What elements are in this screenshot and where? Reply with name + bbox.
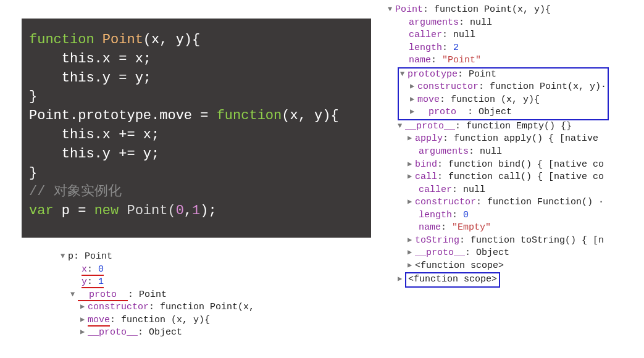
chevron-right-icon[interactable]: ▶ — [408, 248, 415, 257]
property-name[interactable]: name: "Point" — [398, 54, 644, 67]
prototype-block: ▼prototype: Point ▶constructor: function… — [398, 67, 644, 120]
property-x[interactable]: x: 0 — [70, 264, 254, 277]
property-dunder-proto[interactable]: ▼__proto__: function Empty() {} — [398, 120, 644, 133]
property-bind[interactable]: ▶bind: function bind() { [native co — [408, 159, 644, 172]
property-move[interactable]: ▶move: function (x, y){ — [80, 314, 254, 327]
chevron-right-icon[interactable]: ▶ — [408, 197, 415, 207]
tree-root[interactable]: ▼p: Point — [61, 251, 254, 264]
chevron-right-icon[interactable]: ▶ — [408, 260, 415, 270]
chevron-right-icon[interactable]: ▶ — [80, 302, 88, 312]
property-apply[interactable]: ▶apply: function apply() { [native — [408, 133, 644, 146]
code-editor: function Point(x, y){ this.x = x; this.y… — [22, 19, 371, 238]
keyword-function: function — [29, 32, 102, 48]
property-y[interactable]: y: 1 — [70, 276, 254, 289]
chevron-right-icon[interactable]: ▶ — [408, 133, 415, 143]
chevron-right-icon[interactable]: ▶ — [410, 107, 417, 117]
chevron-down-icon[interactable]: ▼ — [398, 121, 405, 131]
object-inspector-point: ▼Point: function Point(x, y){ arguments:… — [388, 4, 644, 288]
chevron-right-icon[interactable]: ▶ — [398, 274, 405, 284]
chevron-down-icon[interactable]: ▼ — [400, 69, 408, 79]
function-scope[interactable]: ▶<function scope> — [408, 260, 644, 273]
property-dunder-proto[interactable]: ▶__proto__: Object — [408, 247, 644, 260]
chevron-down-icon[interactable]: ▼ — [388, 4, 395, 14]
object-inspector-p: ▼p: Point x: 0 y: 1 ▼ proto : Point ▶con… — [61, 251, 254, 339]
property-dunder-proto[interactable]: ▶__proto__: Object — [80, 327, 254, 339]
comment: // 对象实例化 — [29, 184, 122, 199]
property-call[interactable]: ▶call: function call() { [native co — [408, 171, 644, 184]
property-caller[interactable]: caller: null — [408, 184, 644, 197]
property-length[interactable]: length: 0 — [408, 209, 644, 222]
chevron-right-icon[interactable]: ▶ — [410, 81, 417, 91]
property-prototype[interactable]: ▼prototype: Point — [400, 69, 606, 81]
property-name[interactable]: name: "Empty" — [408, 222, 644, 235]
tree-root[interactable]: ▼Point: function Point(x, y){ — [388, 4, 644, 17]
chevron-right-icon[interactable]: ▶ — [408, 235, 415, 245]
property-constructor[interactable]: ▶constructor: function Function() · — [408, 196, 644, 209]
chevron-down-icon[interactable]: ▼ — [61, 251, 68, 261]
property-arguments[interactable]: arguments: null — [408, 146, 644, 159]
chevron-right-icon[interactable]: ▶ — [80, 315, 88, 325]
function-scope-outer[interactable]: ▶<function scope> — [398, 272, 644, 288]
chevron-down-icon[interactable]: ▼ — [70, 289, 78, 299]
property-proto[interactable]: ▶ proto : Object — [410, 106, 606, 119]
property-constructor[interactable]: ▶constructor: function Point(x, — [80, 301, 254, 314]
function-name: Point — [102, 32, 143, 48]
property-caller[interactable]: caller: null — [398, 29, 644, 42]
property-tostring[interactable]: ▶toString: function toString() { [n — [408, 235, 644, 248]
property-proto[interactable]: ▼ proto : Point — [70, 289, 254, 302]
property-move[interactable]: ▶move: function (x, y){ — [410, 94, 606, 107]
chevron-right-icon[interactable]: ▶ — [408, 172, 415, 181]
property-constructor[interactable]: ▶constructor: function Point(x, y)· — [410, 81, 606, 94]
code-content: function Point(x, y){ this.x = x; this.y… — [29, 31, 364, 221]
property-arguments[interactable]: arguments: null — [398, 17, 644, 30]
chevron-right-icon[interactable]: ▶ — [80, 327, 88, 337]
chevron-right-icon[interactable]: ▶ — [408, 159, 415, 169]
chevron-right-icon[interactable]: ▶ — [410, 94, 417, 104]
property-length[interactable]: length: 2 — [398, 42, 644, 55]
